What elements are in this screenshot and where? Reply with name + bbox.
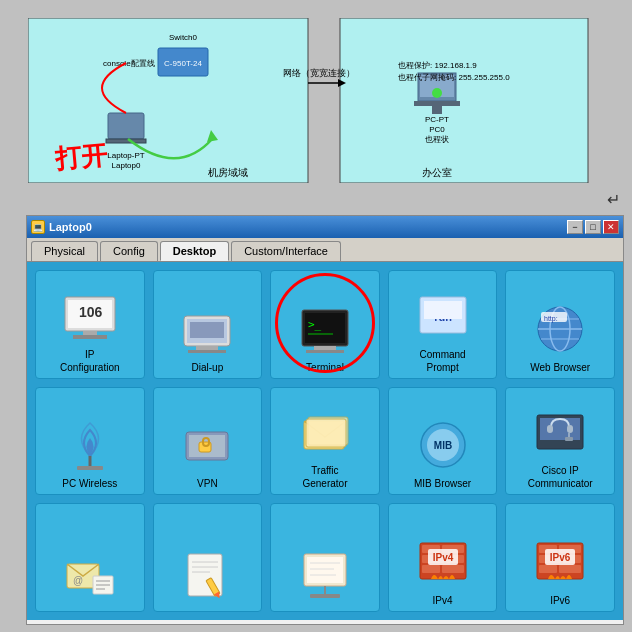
app-ipv6-firewall[interactable]: IPv6 IPv6 (505, 503, 615, 612)
svg-rect-95 (442, 565, 464, 573)
svg-rect-44 (424, 301, 462, 319)
minimize-button[interactable]: − (567, 220, 583, 234)
svg-text:也程代子网掩码: 255.255.255.0: 也程代子网掩码: 255.255.255.0 (398, 73, 510, 82)
svg-rect-16 (414, 101, 460, 106)
svg-rect-67 (567, 425, 573, 433)
svg-text:IPv6: IPv6 (550, 552, 571, 563)
app-dial-up[interactable]: Dial-up (153, 270, 263, 379)
traffic-gen-icon (297, 404, 353, 460)
svg-rect-1 (340, 18, 588, 183)
svg-text:Laptop-PT: Laptop-PT (107, 151, 144, 160)
tab-physical[interactable]: Physical (31, 241, 98, 261)
svg-text:http:: http: (544, 315, 558, 323)
svg-text:106: 106 (79, 304, 103, 320)
svg-text:MIB: MIB (433, 440, 451, 451)
tab-bar: Physical Config Desktop Custom/Interface (27, 238, 623, 262)
cisco-ip-comm-label: Cisco IPCommunicator (528, 464, 593, 490)
app-text-editor[interactable] (153, 503, 263, 612)
tab-config[interactable]: Config (100, 241, 158, 261)
svg-rect-83 (307, 557, 343, 583)
app-ip-config[interactable]: 106 IPConfiguration (35, 270, 145, 379)
svg-rect-60 (306, 419, 346, 447)
svg-text:机房域域: 机房域域 (208, 167, 248, 178)
svg-rect-94 (422, 565, 440, 573)
traffic-gen-label: TrafficGenerator (302, 464, 347, 490)
app-pc-wireless[interactable]: PC Wireless (35, 387, 145, 496)
tab-custom-interface[interactable]: Custom/Interface (231, 241, 341, 261)
svg-text:也程保护: 192.168.1.9: 也程保护: 192.168.1.9 (398, 61, 477, 70)
svg-text:PC0: PC0 (429, 125, 445, 134)
svg-text:>_: >_ (308, 318, 322, 331)
svg-text:也程状: 也程状 (425, 135, 449, 144)
handwriting-annotation: 打开 (54, 138, 109, 177)
svg-point-19 (432, 88, 442, 98)
dial-up-icon (179, 301, 235, 357)
svg-rect-29 (83, 331, 97, 335)
pc-wireless-label: PC Wireless (62, 477, 117, 490)
vpn-label: VPN (197, 477, 218, 490)
svg-rect-40 (314, 346, 336, 350)
svg-rect-53 (77, 466, 103, 470)
svg-rect-30 (73, 335, 107, 339)
app-vpn[interactable]: VPN (153, 387, 263, 496)
tab-desktop[interactable]: Desktop (160, 241, 229, 261)
svg-text:@: @ (73, 575, 83, 586)
svg-rect-9 (108, 113, 144, 139)
cisco-ip-comm-icon (532, 404, 588, 460)
app-email[interactable]: @ (35, 503, 145, 612)
svg-rect-104 (559, 565, 581, 573)
command-prompt-icon: run (415, 288, 471, 344)
mib-browser-label: MIB Browser (414, 477, 471, 490)
app-web-browser[interactable]: http: Web Browser (505, 270, 615, 379)
app-mib-browser[interactable]: MIB MIB Browser (388, 387, 498, 496)
email-icon: @ (62, 547, 118, 603)
window-controls: − □ ✕ (567, 220, 619, 234)
network-area: 网络（宽宽连接） C-950T-24 Switch0 console配置线 La… (0, 0, 632, 210)
ip-config-label: IPConfiguration (60, 348, 119, 374)
svg-text:网络（宽宽连接）: 网络（宽宽连接） (283, 68, 355, 78)
svg-text:Switch0: Switch0 (169, 33, 198, 42)
maximize-button[interactable]: □ (585, 220, 601, 234)
app-terminal[interactable]: >_ Terminal (270, 270, 380, 379)
svg-text:console配置线: console配置线 (103, 59, 155, 68)
svg-rect-69 (565, 437, 573, 441)
app-ppt-viewer[interactable] (270, 503, 380, 612)
close-button[interactable]: ✕ (603, 220, 619, 234)
text-editor-icon (179, 547, 235, 603)
app-ipv4-firewall[interactable]: IPv4 IPv4 (388, 503, 498, 612)
svg-rect-103 (539, 565, 557, 573)
window-title-area: 💻 Laptop0 (31, 220, 92, 234)
window-titlebar: 💻 Laptop0 − □ ✕ (27, 216, 623, 238)
svg-rect-65 (540, 418, 580, 440)
svg-rect-17 (432, 106, 442, 114)
terminal-icon: >_ (297, 301, 353, 357)
laptop-window: 💻 Laptop0 − □ ✕ Physical Config Desktop … (26, 215, 624, 625)
svg-rect-88 (310, 594, 340, 598)
mib-browser-icon: MIB (415, 417, 471, 473)
ipv6-firewall-label: IPv6 (550, 594, 570, 607)
svg-text:IPv4: IPv4 (432, 552, 453, 563)
svg-text:Laptop0: Laptop0 (112, 161, 141, 170)
ppt-viewer-icon (297, 547, 353, 603)
vpn-icon (179, 417, 235, 473)
svg-text:PC-PT: PC-PT (425, 115, 449, 124)
web-browser-label: Web Browser (530, 361, 590, 374)
terminal-label: Terminal (306, 361, 344, 374)
ipv4-firewall-label: IPv4 (433, 594, 453, 607)
svg-rect-35 (188, 350, 226, 353)
window-app-icon: 💻 (31, 220, 45, 234)
app-cisco-ip-comm[interactable]: Cisco IPCommunicator (505, 387, 615, 496)
ip-config-icon: 106 (62, 288, 118, 344)
desktop-content: 106 IPConfiguration Dial-up (27, 262, 623, 620)
command-prompt-label: CommandPrompt (420, 348, 466, 374)
return-arrow: ↵ (607, 190, 620, 209)
window-title: Laptop0 (49, 221, 92, 233)
svg-text:办公室: 办公室 (422, 167, 452, 178)
svg-rect-34 (196, 346, 218, 350)
ipv6-firewall-icon: IPv6 (532, 534, 588, 590)
app-command-prompt[interactable]: run CommandPrompt (388, 270, 498, 379)
web-browser-icon: http: (532, 301, 588, 357)
svg-rect-41 (306, 350, 344, 353)
app-traffic-gen[interactable]: TrafficGenerator (270, 387, 380, 496)
pc-wireless-icon (62, 417, 118, 473)
